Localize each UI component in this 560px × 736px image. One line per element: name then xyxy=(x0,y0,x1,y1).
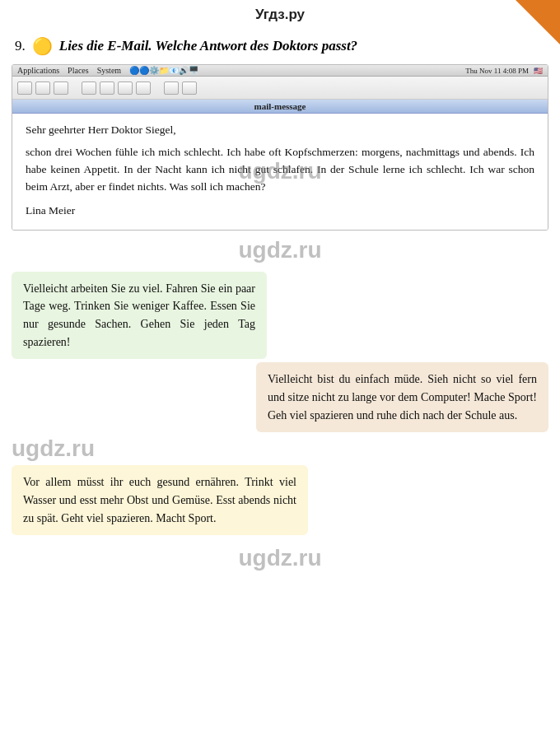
site-label: Угдз.ру xyxy=(0,0,560,28)
email-body-text: schon drei Wochen fühle ich mich schlech… xyxy=(26,144,534,196)
toolbar-btn-5[interactable] xyxy=(100,82,114,95)
email-window: Applications Places System 🔵🔵⚙️📁📧🔊🖥️ Thu… xyxy=(12,64,548,231)
corner-decoration xyxy=(516,0,560,44)
email-title-text: mail-message xyxy=(254,101,306,111)
answers-section: Vielleicht arbeiten Sie zu viel. Fahren … xyxy=(0,267,560,543)
menu-places[interactable]: Places xyxy=(68,66,89,75)
toolbar-btn-7[interactable] xyxy=(136,82,151,95)
email-body: Sehr geehrter Herr Doktor Siegel, schon … xyxy=(12,114,548,230)
toolbar-btn-8[interactable] xyxy=(164,82,179,95)
answer-right-1: Vielleicht bist du einfach müde. Sieh ni… xyxy=(256,362,548,432)
email-toolbar xyxy=(12,77,548,100)
clock-display: Thu Nov 11 4:08 PM xyxy=(465,67,529,75)
answer-left-2-text: Vor allem müsst ihr euch gesund ernähren… xyxy=(23,476,296,524)
toolbar-btn-9[interactable] xyxy=(182,82,197,95)
toolbar-btn-6[interactable] xyxy=(118,82,133,95)
toolbar-btn-3[interactable] xyxy=(54,82,68,95)
answer-right-1-text: Vielleicht bist du einfach müde. Sieh ni… xyxy=(268,373,537,421)
middle-watermark: ugdz.ru xyxy=(0,234,560,267)
bottom-watermark: ugdz.ru xyxy=(0,542,560,578)
question-header: 9. 🟡 Lies die E-Mail. Welche Antwort des… xyxy=(0,28,560,61)
toolbar-btn-4[interactable] xyxy=(82,82,96,95)
email-body-wrap: ugdz.ru Sehr geehrter Herr Doktor Siegel… xyxy=(12,114,548,230)
answer-left-1: Vielleicht arbeiten Sie zu viel. Fahren … xyxy=(12,272,267,360)
mid-answers-watermark: ugdz.ru xyxy=(12,436,95,462)
country-flag: 🇺🇸 xyxy=(534,67,543,75)
mac-menubar: Applications Places System 🔵🔵⚙️📁📧🔊🖥️ Thu… xyxy=(12,65,548,77)
email-salutation: Sehr geehrter Herr Doktor Siegel, xyxy=(26,122,534,139)
question-number: 9. xyxy=(15,38,26,54)
email-titlebar: mail-message xyxy=(12,100,548,114)
answer-left-2: Vor allem müsst ihr euch gesund ernähren… xyxy=(12,465,308,535)
menu-system[interactable]: System xyxy=(97,66,121,75)
menu-applications[interactable]: Applications xyxy=(17,66,59,75)
toolbar-btn-1[interactable] xyxy=(17,82,32,95)
answer-left-1-text: Vielleicht arbeiten Sie zu viel. Fahren … xyxy=(23,282,255,348)
toolbar-btn-2[interactable] xyxy=(35,82,50,95)
menu-icons: 🔵🔵⚙️📁📧🔊🖥️ xyxy=(129,66,198,75)
question-text: Lies die E-Mail. Welche Antwort des Dokt… xyxy=(59,38,357,54)
menu-items: Applications Places System 🔵🔵⚙️📁📧🔊🖥️ xyxy=(17,66,198,75)
question-emoji: 🟡 xyxy=(32,36,53,56)
menubar-right: Thu Nov 11 4:08 PM 🇺🇸 xyxy=(465,67,543,75)
email-body-content: schon drei Wochen fühle ich mich schlech… xyxy=(26,146,534,193)
email-signature: Lina Meier xyxy=(26,203,534,220)
